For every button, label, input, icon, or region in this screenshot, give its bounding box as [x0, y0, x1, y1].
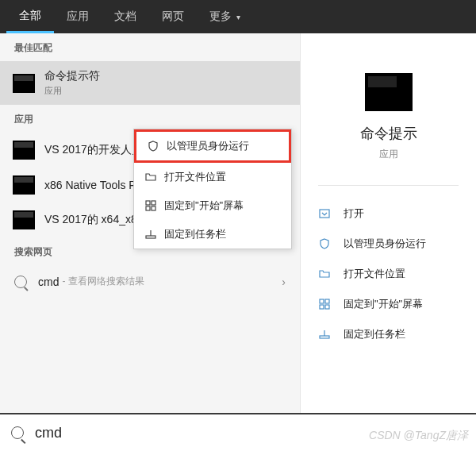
- tab-apps[interactable]: 应用: [54, 0, 102, 33]
- result-title: 命令提示符: [44, 69, 287, 83]
- svg-rect-1: [320, 299, 324, 303]
- svg-rect-5: [320, 336, 329, 338]
- result-cmd[interactable]: 命令提示符 应用: [0, 61, 300, 105]
- cmd-icon-large: [365, 73, 413, 111]
- search-icon: [14, 276, 27, 288]
- action-open-location[interactable]: 打开文件位置: [301, 259, 476, 289]
- tab-docs[interactable]: 文档: [102, 0, 149, 33]
- action-label: 固定到"开始"屏幕: [344, 297, 423, 311]
- cmd-icon: [13, 141, 35, 160]
- folder-icon: [142, 171, 159, 183]
- ctx-pin-taskbar[interactable]: 固定到任务栏: [134, 220, 291, 249]
- action-run-admin[interactable]: 以管理员身份运行: [301, 229, 476, 259]
- cmd-icon: [13, 74, 35, 93]
- tab-web[interactable]: 网页: [149, 0, 197, 33]
- ctx-open-location[interactable]: 打开文件位置: [134, 163, 291, 191]
- search-input[interactable]: [35, 425, 465, 441]
- web-query: cmd: [38, 276, 59, 288]
- svg-rect-7: [152, 201, 155, 205]
- ctx-label: 固定到"开始"屏幕: [164, 199, 244, 213]
- tab-more[interactable]: 更多: [197, 0, 253, 33]
- best-match-label: 最佳匹配: [0, 33, 300, 61]
- ctx-label: 固定到任务栏: [164, 227, 226, 241]
- search-icon: [11, 426, 24, 439]
- shield-icon: [317, 237, 332, 250]
- open-icon: [317, 207, 332, 220]
- pin-taskbar-icon: [142, 228, 159, 241]
- pin-start-icon: [142, 199, 159, 212]
- pin-start-icon: [317, 298, 332, 310]
- tab-bar: 全部 应用 文档 网页 更多: [0, 0, 476, 33]
- preview-panel: 命令提示 应用 打开 以管理员身份运行 打开文件位置 固定到"开始"屏幕 固定到…: [300, 33, 476, 413]
- action-open[interactable]: 打开: [301, 199, 476, 229]
- ctx-label: 打开文件位置: [164, 170, 226, 184]
- preview-subtitle: 应用: [379, 148, 398, 161]
- folder-icon: [317, 268, 332, 280]
- action-label: 打开文件位置: [344, 267, 405, 281]
- svg-rect-9: [152, 206, 155, 210]
- action-label: 固定到任务栏: [344, 327, 405, 341]
- ctx-pin-start[interactable]: 固定到"开始"屏幕: [134, 191, 291, 220]
- chevron-right-icon: ›: [282, 276, 286, 288]
- action-pin-taskbar[interactable]: 固定到任务栏: [301, 319, 476, 349]
- action-label: 打开: [344, 206, 364, 221]
- result-subtitle: 应用: [44, 85, 287, 97]
- action-pin-start[interactable]: 固定到"开始"屏幕: [301, 289, 476, 319]
- cmd-icon: [13, 175, 35, 195]
- preview-title: 命令提示: [360, 124, 417, 143]
- context-menu: 以管理员身份运行 打开文件位置 固定到"开始"屏幕 固定到任务栏: [133, 129, 292, 249]
- cmd-icon: [13, 210, 35, 229]
- svg-rect-0: [320, 210, 329, 218]
- divider: [318, 185, 459, 186]
- svg-rect-8: [146, 206, 150, 210]
- svg-rect-6: [146, 201, 150, 205]
- svg-rect-4: [325, 305, 329, 309]
- pin-taskbar-icon: [317, 328, 332, 341]
- ctx-run-admin[interactable]: 以管理员身份运行: [134, 129, 291, 163]
- svg-rect-3: [320, 305, 324, 309]
- search-bar[interactable]: [0, 413, 476, 451]
- svg-rect-10: [146, 236, 155, 238]
- svg-rect-2: [325, 299, 329, 303]
- web-search-result[interactable]: cmd - 查看网络搜索结果 ›: [0, 265, 300, 298]
- tab-all[interactable]: 全部: [6, 0, 54, 33]
- ctx-label: 以管理员身份运行: [167, 139, 249, 153]
- shield-icon: [144, 140, 162, 152]
- web-hint: - 查看网络搜索结果: [62, 275, 144, 288]
- action-label: 以管理员身份运行: [344, 237, 426, 251]
